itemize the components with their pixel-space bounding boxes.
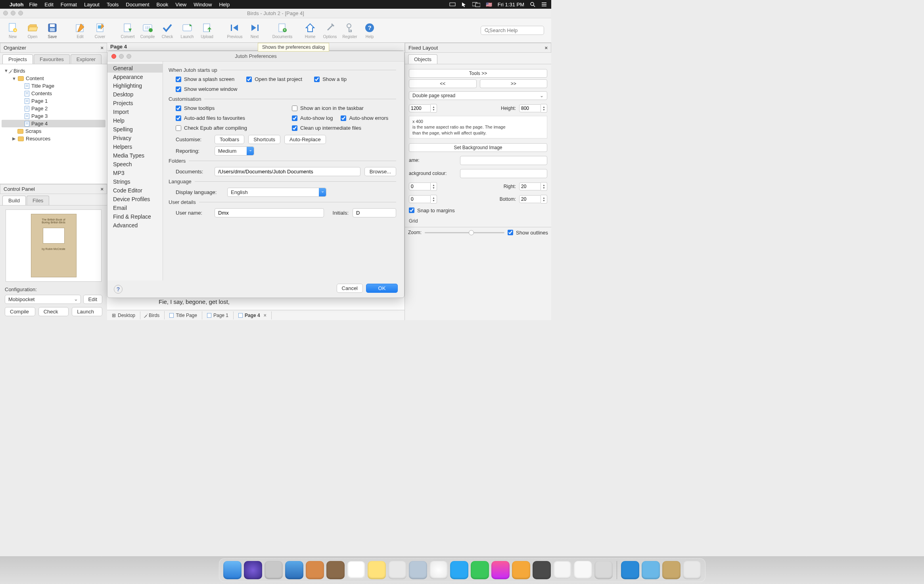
- tree-folder-scraps[interactable]: Scraps: [2, 127, 105, 135]
- organizer-close-icon[interactable]: ×: [100, 45, 104, 51]
- spread-select[interactable]: Double page spread: [409, 91, 547, 100]
- spotlight-icon[interactable]: [530, 2, 535, 7]
- menu-view[interactable]: View: [175, 2, 186, 8]
- pref-cb-tooltips[interactable]: Show tooltips: [176, 105, 280, 111]
- bg-colour-input[interactable]: [460, 169, 547, 178]
- doc-tab-title-page[interactable]: Title Page: [165, 311, 202, 319]
- menu-layout[interactable]: Layout: [84, 2, 100, 8]
- toolbar-documents[interactable]: +Documents: [273, 22, 292, 39]
- fixed-layout-close-icon[interactable]: ×: [544, 45, 548, 51]
- toolbar-cover[interactable]: Cover: [90, 22, 109, 39]
- height-spinner[interactable]: ▲▼: [519, 104, 547, 113]
- pref-documents-path[interactable]: [215, 167, 360, 176]
- toolbar-save[interactable]: Save: [43, 22, 62, 39]
- pref-display-lang-select[interactable]: English: [227, 188, 326, 197]
- prev-page-button[interactable]: <<: [409, 79, 477, 88]
- tab-favourites[interactable]: Favourites: [34, 54, 70, 64]
- tree-item-page-4[interactable]: Page 4: [2, 120, 105, 127]
- toolbar-help[interactable]: ?Help: [360, 22, 379, 39]
- window-traffic-lights[interactable]: [3, 11, 23, 15]
- menu-book[interactable]: Book: [157, 2, 169, 8]
- tools-button[interactable]: Tools >>: [409, 69, 547, 78]
- menu-extra-list-icon[interactable]: [541, 2, 547, 7]
- menu-extra-displays-icon[interactable]: [472, 2, 480, 7]
- pref-cb-openlast[interactable]: Open the last project: [246, 76, 302, 82]
- pref-nav-find-replace[interactable]: Find & Replace: [107, 212, 163, 221]
- menu-extra-icon[interactable]: [449, 2, 456, 7]
- pref-traffic-lights[interactable]: [111, 54, 131, 59]
- menu-clock[interactable]: Fri 1:31 PM: [498, 2, 524, 8]
- pref-nav-appearance[interactable]: Appearance: [107, 73, 163, 81]
- doc-tab-page-4[interactable]: Page 4×: [234, 311, 272, 319]
- next-page-button[interactable]: >>: [480, 79, 548, 88]
- doc-tab-page-1[interactable]: Page 1: [202, 311, 234, 319]
- pref-cb-welcome[interactable]: Show welcome window: [176, 86, 237, 92]
- pref-nav-projects[interactable]: Projects: [107, 99, 163, 108]
- tree-item-page-2[interactable]: Page 2: [2, 105, 105, 112]
- help-search[interactable]: [481, 26, 544, 35]
- tree-item-page-1[interactable]: Page 1: [2, 97, 105, 105]
- toolbar-launch[interactable]: Launch: [178, 22, 197, 39]
- toolbar-upload[interactable]: Upload: [197, 22, 217, 39]
- pref-browse-button[interactable]: Browse...: [364, 167, 396, 176]
- zoom-slider[interactable]: [425, 232, 504, 233]
- pref-cb-cleanup[interactable]: Clean up intermediate files: [292, 125, 396, 131]
- pref-nav-highlighting[interactable]: Highlighting: [107, 81, 163, 90]
- toolbar-register[interactable]: Register: [340, 22, 359, 39]
- pref-cb-autoerr[interactable]: Auto-show errors: [341, 115, 388, 121]
- show-outlines-checkbox[interactable]: Show outlines: [508, 230, 548, 236]
- pref-nav-media-types[interactable]: Media Types: [107, 151, 163, 160]
- left-spinner[interactable]: ▲▼: [409, 182, 437, 191]
- menu-window[interactable]: Window: [194, 2, 212, 8]
- pref-nav-spelling[interactable]: Spelling: [107, 125, 163, 134]
- bg-name-input[interactable]: [460, 156, 547, 165]
- menu-tools[interactable]: Tools: [107, 2, 119, 8]
- launch-button[interactable]: Launch: [72, 307, 102, 316]
- cover-preview[interactable]: The British Book of Boring British Birds…: [6, 209, 102, 282]
- pref-ok-button[interactable]: OK: [366, 284, 398, 293]
- toolbar-next[interactable]: Next: [245, 22, 264, 39]
- pref-nav-privacy[interactable]: Privacy: [107, 134, 163, 142]
- help-search-input[interactable]: [489, 27, 541, 33]
- doc-tab-birds[interactable]: 𝒿Birds: [140, 311, 165, 319]
- compile-button[interactable]: Compile: [5, 307, 35, 316]
- check-button[interactable]: Check: [38, 307, 69, 316]
- pref-btn-toolbars[interactable]: Toolbars: [215, 135, 244, 144]
- tab-projects[interactable]: Projects: [2, 54, 33, 64]
- toolbar-previous[interactable]: Previous: [225, 22, 244, 39]
- top-spinner[interactable]: ▲▼: [409, 195, 437, 204]
- menu-document[interactable]: Document: [126, 2, 149, 8]
- tab-objects[interactable]: Objects: [408, 54, 437, 64]
- bottom-spinner[interactable]: ▲▼: [519, 195, 547, 204]
- pref-cb-tip[interactable]: Show a tip: [314, 76, 347, 82]
- toolbar-compile[interactable]: Compile: [138, 22, 157, 39]
- pref-nav-device-profiles[interactable]: Device Profiles: [107, 195, 163, 204]
- tab-explorer[interactable]: Explorer: [71, 54, 102, 64]
- pref-nav-mp3[interactable]: MP3: [107, 169, 163, 177]
- pref-nav-import[interactable]: Import: [107, 108, 163, 116]
- pref-nav-email[interactable]: Email: [107, 204, 163, 212]
- pref-cb-taskbar[interactable]: Show an icon in the taskbar: [292, 105, 396, 111]
- tab-files[interactable]: Files: [27, 196, 49, 205]
- pref-btn-autoreplace[interactable]: Auto-Replace: [284, 135, 326, 144]
- tab-build[interactable]: Build: [2, 196, 26, 205]
- menu-extra-flag-icon[interactable]: 🇺🇸: [486, 2, 492, 8]
- pref-initials-input[interactable]: [353, 208, 396, 217]
- tree-item-title-page[interactable]: Title Page: [2, 82, 105, 90]
- pref-cb-autolog[interactable]: Auto-show log: [292, 115, 333, 121]
- pref-nav-strings[interactable]: Strings: [107, 177, 163, 186]
- pref-cb-splash[interactable]: Show a splash screen: [176, 76, 234, 82]
- pref-nav-speech[interactable]: Speech: [107, 160, 163, 169]
- pref-nav-code-editor[interactable]: Code Editor: [107, 186, 163, 195]
- pref-nav-advanced[interactable]: Advanced: [107, 221, 163, 230]
- tree-folder-content[interactable]: ▼Content: [2, 75, 105, 82]
- snap-checkbox[interactable]: Snap to margins: [409, 207, 547, 213]
- configuration-edit-button[interactable]: Edit: [83, 295, 102, 304]
- tree-item-contents[interactable]: Contents: [2, 90, 105, 97]
- menu-help[interactable]: Help: [219, 2, 230, 8]
- pref-btn-shortcuts[interactable]: Shortcuts: [248, 135, 280, 144]
- toolbar-check[interactable]: Check: [158, 22, 177, 39]
- width-spinner[interactable]: ▲▼: [409, 104, 437, 113]
- control-panel-close-icon[interactable]: ×: [100, 186, 104, 192]
- toolbar-home[interactable]: Home: [301, 22, 320, 39]
